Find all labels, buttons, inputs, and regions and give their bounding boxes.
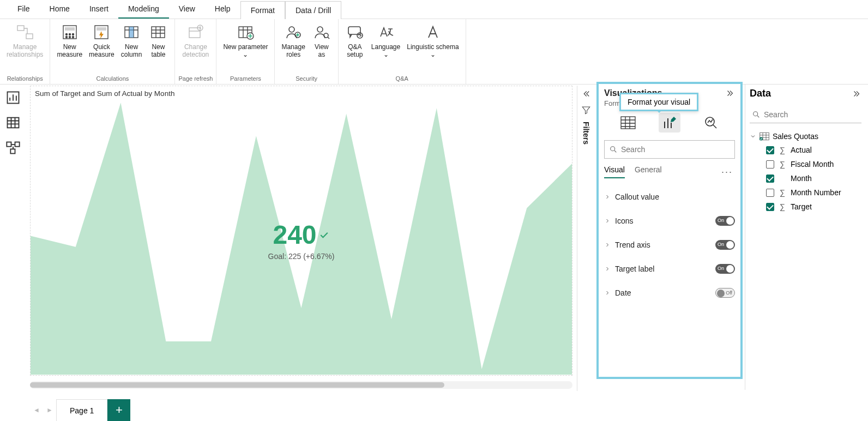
field-actual[interactable]: ∑Actual bbox=[766, 143, 861, 157]
collapse-left-icon[interactable] bbox=[581, 89, 591, 99]
ling-icon bbox=[423, 22, 443, 42]
toggle-target-label[interactable]: On bbox=[715, 264, 735, 274]
format-search-input[interactable] bbox=[621, 145, 730, 154]
ribbon-item-label: Viewas bbox=[315, 43, 329, 58]
format-options-list: Callout valueIconsOnTrend axisOnTarget l… bbox=[604, 185, 735, 305]
svg-point-32 bbox=[611, 147, 615, 151]
ribbon-new-column[interactable]: Newcolumn bbox=[118, 21, 146, 59]
ribbon-linguistic-schema-[interactable]: Linguistic schema⌄ bbox=[403, 21, 462, 59]
ribbon-manage-roles[interactable]: Manageroles bbox=[278, 21, 308, 59]
analytics-button[interactable] bbox=[700, 113, 722, 133]
toggle-icons[interactable]: On bbox=[715, 216, 735, 226]
qna-icon bbox=[345, 22, 365, 42]
filters-rail[interactable]: Filters bbox=[577, 86, 594, 391]
viewas-icon bbox=[312, 22, 331, 42]
model-view-icon[interactable] bbox=[5, 140, 21, 155]
ribbon-item-label: Newtable bbox=[151, 43, 165, 58]
menu-view[interactable]: View bbox=[169, 0, 205, 19]
field-target[interactable]: ∑Target bbox=[766, 200, 861, 214]
svg-rect-11 bbox=[97, 27, 106, 31]
data-search-input[interactable] bbox=[764, 110, 859, 119]
format-view-switch bbox=[604, 113, 735, 133]
filters-label: Filters bbox=[582, 122, 590, 145]
table-icon bbox=[148, 22, 168, 42]
canvas-scrollbar[interactable] bbox=[30, 381, 572, 389]
field-month-number[interactable]: ∑Month Number bbox=[766, 185, 861, 200]
field-month[interactable]: Month bbox=[766, 171, 861, 185]
checkbox[interactable] bbox=[766, 175, 774, 183]
ribbon-quick-measure[interactable]: Quickmeasure bbox=[86, 21, 118, 59]
svg-rect-3 bbox=[65, 27, 75, 31]
more-options-icon[interactable]: ··· bbox=[721, 166, 735, 178]
svg-rect-28 bbox=[15, 142, 20, 147]
page-prev-button[interactable]: ◄ bbox=[30, 399, 43, 421]
menu-help[interactable]: Help bbox=[205, 0, 240, 19]
data-pane-title: Data bbox=[750, 88, 771, 99]
build-visual-button[interactable] bbox=[617, 113, 639, 133]
ribbon-q-a-setup[interactable]: Q&Asetup bbox=[342, 21, 368, 59]
data-view-icon[interactable] bbox=[5, 115, 21, 130]
menu-file[interactable]: File bbox=[8, 0, 40, 19]
chevron-right-icon bbox=[604, 242, 611, 248]
callout-value-text: 240 bbox=[273, 220, 316, 250]
ribbon-new-parameter-[interactable]: New parameter⌄ bbox=[220, 21, 271, 59]
roles-icon bbox=[284, 22, 303, 42]
ribbon-group-relationships: ManagerelationshipsRelationships bbox=[0, 19, 50, 84]
table-node[interactable]: Sales Quotas bbox=[750, 130, 861, 143]
option-date[interactable]: DateOff bbox=[604, 281, 735, 305]
add-page-button[interactable]: + bbox=[107, 399, 130, 421]
report-view-icon[interactable] bbox=[5, 90, 21, 105]
menu-home[interactable]: Home bbox=[40, 0, 80, 19]
menu-format[interactable]: Format bbox=[240, 1, 285, 19]
fields-tree: Sales Quotas ∑Actual∑Fiscal MonthMonth∑M… bbox=[750, 130, 861, 214]
ribbon-new-table[interactable]: Newtable bbox=[145, 21, 171, 59]
ribbon-group-page-refresh: ChangedetectionPage refresh bbox=[175, 19, 216, 84]
menu-modeling[interactable]: Modeling bbox=[118, 0, 169, 19]
table-name: Sales Quotas bbox=[773, 132, 818, 141]
option-label: Icons bbox=[615, 216, 633, 225]
subtab-visual[interactable]: Visual bbox=[604, 165, 625, 178]
expand-right-icon[interactable] bbox=[725, 88, 735, 98]
option-trend-axis[interactable]: Trend axisOn bbox=[604, 233, 735, 257]
checkbox[interactable] bbox=[766, 160, 774, 169]
ribbon-view-as[interactable]: Viewas bbox=[309, 21, 335, 59]
menu-data-drill[interactable]: Data / Drill bbox=[285, 1, 341, 19]
svg-rect-15 bbox=[189, 28, 200, 38]
option-target-label[interactable]: Target labelOn bbox=[604, 257, 735, 281]
checkbox[interactable] bbox=[766, 146, 774, 154]
page-next-button[interactable]: ► bbox=[43, 399, 56, 421]
option-label: Callout value bbox=[615, 193, 659, 201]
chevron-right-icon bbox=[604, 266, 611, 272]
expand-right-icon[interactable] bbox=[852, 89, 861, 99]
ribbon-manage-relationships: Managerelationships bbox=[3, 21, 46, 59]
option-icons[interactable]: IconsOn bbox=[604, 209, 735, 233]
checkbox[interactable] bbox=[766, 203, 774, 211]
chevron-right-icon bbox=[604, 194, 611, 200]
svg-rect-27 bbox=[7, 142, 11, 147]
format-search-box[interactable] bbox=[604, 140, 735, 159]
svg-point-9 bbox=[72, 37, 74, 38]
param-icon bbox=[236, 22, 255, 42]
option-callout-value[interactable]: Callout value bbox=[604, 185, 735, 209]
page-tab-1[interactable]: Page 1 bbox=[56, 399, 107, 421]
ribbon-new-measure[interactable]: Newmeasure bbox=[53, 21, 86, 59]
kpi-visual[interactable]: Sum of Target and Sum of Actual by Month… bbox=[30, 86, 572, 376]
menu-insert[interactable]: Insert bbox=[80, 0, 118, 19]
ribbon-group-label: Q&A bbox=[396, 74, 408, 83]
search-icon bbox=[752, 110, 761, 119]
option-label: Target label bbox=[615, 264, 654, 273]
kpi-callout: 240 Goal: 225 (+6.67%) bbox=[268, 220, 335, 261]
ribbon-group-label: Security bbox=[296, 74, 317, 83]
field-fiscal-month[interactable]: ∑Fiscal Month bbox=[766, 157, 861, 171]
report-canvas[interactable]: Sum of Target and Sum of Actual by Month… bbox=[30, 86, 572, 391]
ribbon-language-[interactable]: Language⌄ bbox=[368, 21, 403, 59]
ribbon-item-label: Linguistic schema⌄ bbox=[407, 43, 459, 58]
subtab-general[interactable]: General bbox=[635, 165, 662, 178]
checkbox[interactable] bbox=[766, 189, 774, 197]
scrollbar-thumb[interactable] bbox=[30, 382, 444, 388]
toggle-trend-axis[interactable]: On bbox=[715, 240, 735, 250]
toggle-date[interactable]: Off bbox=[715, 288, 735, 298]
svg-rect-29 bbox=[10, 149, 15, 153]
ribbon-item-label: Q&Asetup bbox=[347, 43, 363, 58]
data-search-box[interactable] bbox=[750, 106, 861, 123]
